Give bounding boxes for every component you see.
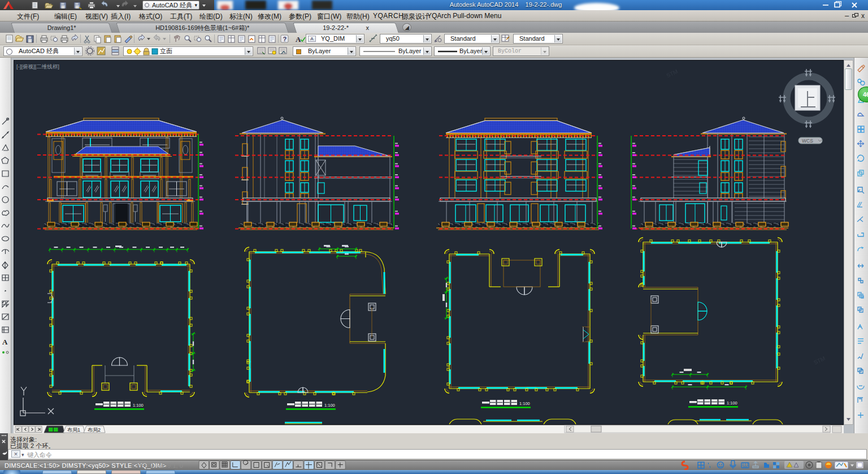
svg-text:布局1: 布局1: [67, 427, 80, 433]
svg-text:',: ',: [708, 462, 710, 468]
svg-text:1:100: 1:100: [133, 403, 144, 408]
svg-text:1:100: 1:100: [727, 400, 737, 406]
svg-text:A: A: [2, 338, 8, 346]
svg-text:1:100: 1:100: [324, 403, 335, 408]
svg-text:布局2: 布局2: [88, 427, 101, 433]
svg-text:STM: STM: [813, 355, 826, 366]
svg-text:A: A: [296, 35, 301, 44]
svg-text:1:100: 1:100: [519, 401, 530, 406]
svg-text:?: ?: [283, 36, 287, 42]
svg-text:STM: STM: [665, 68, 679, 79]
svg-text:[-][俯视][二维线框]: [-][俯视][二维线框]: [16, 63, 59, 70]
svg-text:WCS: WCS: [802, 138, 813, 144]
